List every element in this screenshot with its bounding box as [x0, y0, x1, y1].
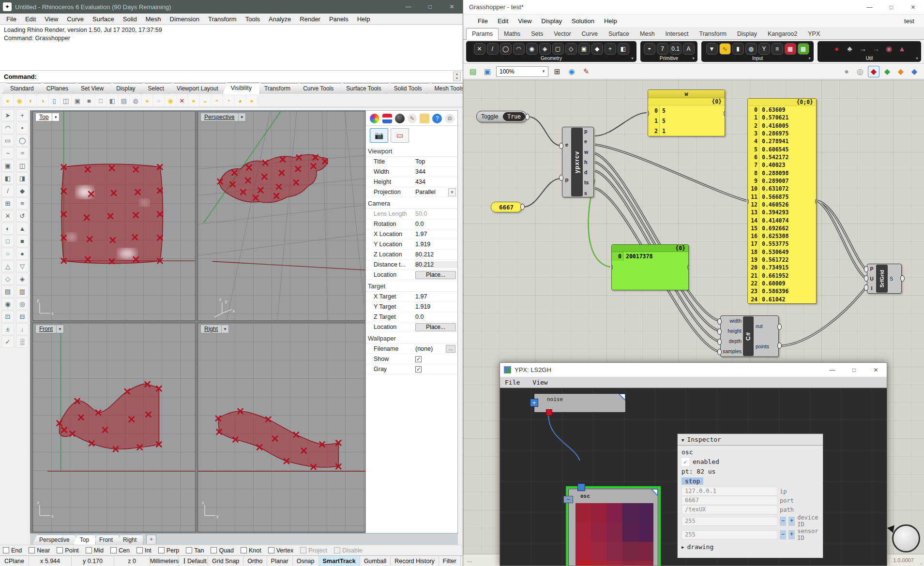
chevron-down-icon[interactable]: ▼ — [692, 57, 695, 60]
toolbar-icon[interactable]: ◔ — [223, 95, 234, 106]
sidebar-tool-icon[interactable]: ⊡ — [1, 311, 14, 323]
sidebar-tool-icon[interactable]: ▒ — [16, 336, 29, 348]
decrement-button[interactable]: − — [780, 530, 786, 539]
viewport-tab[interactable]: Right — [116, 535, 143, 545]
viewport-tab[interactable]: Front — [92, 535, 120, 545]
menu-item[interactable]: Render — [295, 15, 325, 23]
component-icon[interactable]: ◍ — [745, 43, 757, 55]
menu-item[interactable]: Analyze — [264, 15, 295, 23]
osnap-item[interactable]: Mid — [86, 547, 104, 554]
toolbar-tab[interactable]: Select — [140, 83, 172, 94]
input-port[interactable] — [559, 143, 563, 149]
prop-row-x-location[interactable]: X Location1.97 — [366, 229, 457, 239]
status-cplane[interactable]: CPlane — [0, 556, 29, 566]
status-toggle[interactable]: Record History — [391, 556, 439, 566]
checkbox-checked-icon[interactable]: ✓ — [682, 458, 689, 466]
menu-item[interactable]: Surface — [88, 15, 119, 23]
component-icon[interactable]: ◠ — [513, 43, 525, 55]
component-icon[interactable]: ▩ — [798, 43, 809, 55]
display-gem-icon[interactable]: ◆ — [868, 66, 879, 77]
sidebar-tool-icon[interactable]: ↺ — [16, 210, 29, 222]
prop-row-y-target[interactable]: Y Target1.919 — [366, 302, 457, 312]
checkbox-icon[interactable] — [3, 547, 9, 553]
osnap-item[interactable]: Cen — [110, 547, 130, 554]
ypx-canvas[interactable]: + noise − osc ▼Inspector osc ✓enabled pt… — [500, 388, 887, 566]
sidebar-tool-icon[interactable]: ↓ — [16, 323, 29, 335]
input-port-label[interactable]: width — [721, 318, 743, 324]
close-icon[interactable]: ✕ — [865, 363, 887, 377]
properties-tab-icon[interactable] — [370, 114, 379, 123]
toolbar-tab[interactable]: Visibility — [223, 83, 260, 94]
output-port-label[interactable]: out — [754, 323, 778, 329]
toolbar-tab[interactable]: CPlanes — [38, 83, 76, 94]
toolbar-icon[interactable]: ◧ — [107, 95, 118, 106]
status-toggle[interactable]: Osnap — [293, 556, 319, 566]
input-port[interactable] — [717, 349, 722, 355]
component-icon[interactable]: ▦ — [785, 43, 796, 55]
settings-tab-icon[interactable]: ⚙ — [445, 114, 454, 123]
srfgrid-component[interactable]: PUI SrfGrid S — [867, 264, 902, 294]
input-port-label[interactable]: p — [565, 177, 568, 182]
output-port-label[interactable]: ts — [583, 180, 593, 185]
field-input[interactable]: 127.0.0.1 — [682, 487, 777, 496]
osnap-item[interactable]: Knot — [241, 547, 261, 554]
preview-eye-icon[interactable]: ◉ — [566, 66, 577, 77]
osnap-item[interactable]: Disable — [334, 547, 363, 554]
toolbar-icon[interactable]: ▣ — [72, 95, 83, 106]
menu-item[interactable]: Edit — [21, 15, 40, 23]
output-port[interactable] — [520, 204, 525, 210]
values-list-panel[interactable]: {0;0} 00.6360910.57062120.41600530.28697… — [747, 98, 817, 304]
checkbox-icon[interactable] — [186, 547, 192, 553]
input-port-label[interactable]: depth — [721, 339, 743, 344]
input-port[interactable] — [717, 328, 722, 335]
toolbar-icon[interactable]: ◓ — [212, 95, 222, 106]
display-gem-icon[interactable]: ◆ — [881, 66, 893, 77]
sidebar-tool-icon[interactable]: ≡ — [16, 197, 29, 209]
input-port[interactable] — [611, 264, 613, 270]
menu-item[interactable]: Solid — [119, 15, 141, 23]
category-tab[interactable]: Curve — [576, 29, 603, 39]
menu-item[interactable]: Mesh — [141, 15, 166, 23]
new-viewport-tab-icon[interactable]: + — [146, 535, 156, 544]
component-icon[interactable]: ◧ — [618, 43, 629, 55]
prop-row-y-location[interactable]: Y Location1.919 — [366, 239, 457, 250]
output-port-label[interactable]: s — [583, 191, 593, 196]
field-input[interactable]: /texUX — [682, 505, 777, 514]
input-port-label[interactable]: I — [867, 286, 876, 291]
prop-row-z-target[interactable]: Z Target0.0 — [366, 312, 457, 322]
status-units[interactable]: Millimeters — [150, 556, 179, 566]
input-port-label[interactable]: e — [565, 142, 568, 148]
component-icon[interactable]: → — [857, 43, 869, 55]
component-icon[interactable]: ◇ — [565, 43, 577, 55]
output-port[interactable] — [525, 114, 530, 120]
category-tab[interactable]: YPX — [803, 29, 825, 39]
prop-row-distance[interactable]: Distance t...80.212 — [366, 260, 457, 270]
maximize-icon[interactable]: □ — [419, 0, 441, 14]
checkbox-icon[interactable] — [334, 547, 340, 553]
layers-tab-icon[interactable] — [382, 114, 392, 123]
osnap-item[interactable]: Int — [136, 547, 151, 554]
component-icon[interactable]: ♣ — [844, 43, 856, 55]
sidebar-tool-icon[interactable]: ✓ — [1, 336, 14, 348]
output-port-label[interactable]: d — [583, 170, 593, 175]
sidebar-tool-icon[interactable]: ◆ — [16, 185, 29, 197]
notes-tab-icon[interactable]: ✎ — [408, 114, 417, 123]
checkbox-icon[interactable] — [211, 547, 217, 553]
sidebar-tool-icon[interactable]: ➤ — [1, 109, 14, 121]
input-port[interactable] — [717, 339, 722, 345]
sidebar-tool-icon[interactable]: ◇ — [1, 273, 14, 285]
status-toggle[interactable]: Grid Snap — [208, 556, 243, 566]
component-icon[interactable]: A — [683, 43, 695, 55]
toolbar-tab[interactable]: Transform — [256, 83, 299, 94]
input-port-label[interactable]: P — [867, 267, 876, 272]
menu-item[interactable]: View — [532, 379, 547, 386]
output-port[interactable] — [777, 324, 782, 330]
sidebar-tool-icon[interactable]: □ — [1, 235, 14, 247]
osc-node[interactable]: − osc — [566, 486, 661, 566]
output-port[interactable] — [815, 198, 817, 205]
component-icon[interactable]: ≡ — [772, 43, 783, 55]
boolean-toggle-component[interactable]: Toggle True — [476, 111, 527, 122]
ypxrcv-component[interactable]: e p ypxrcv pewhdtss — [562, 127, 594, 197]
sidebar-tool-icon[interactable]: ◠ — [1, 122, 14, 134]
component-icon[interactable]: ✕ — [474, 43, 485, 55]
